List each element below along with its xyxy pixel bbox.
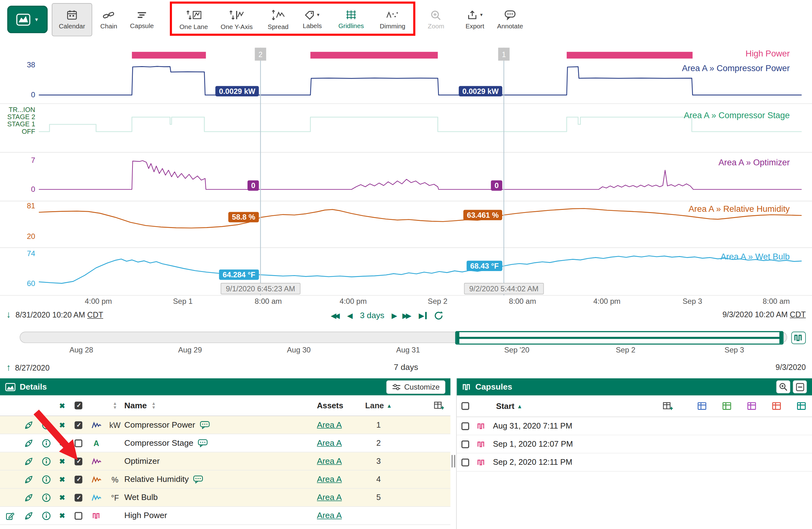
rocket-icon[interactable] [20,434,37,452]
details-row-optimizer[interactable]: ✖OptimizerArea A3 [0,452,450,470]
remove-icon[interactable]: ✖ [55,507,70,524]
comment-icon[interactable] [198,439,208,447]
comment-icon[interactable] [193,475,203,484]
details-row-relative-humidity[interactable]: ✖%Relative HumidityArea A4 [0,471,450,489]
add-column-icon[interactable] [434,401,444,410]
toolbar-button-one-lane[interactable]: One Lane [175,3,213,36]
rocket-icon[interactable] [20,471,37,488]
row-checkbox[interactable] [70,434,87,452]
pan-forward-fast-button[interactable]: ▶▶ [404,311,411,320]
pan-forward-button[interactable]: ▶ [392,311,397,320]
collapse-panel-button[interactable] [793,380,807,393]
remove-icon[interactable]: ✖ [55,416,70,433]
selection-left-handle[interactable] [456,332,460,344]
toolbar-button-gridlines[interactable]: Gridlines [331,3,371,36]
toolbar-button-export[interactable]: ▼ Export [459,3,491,36]
rocket-icon[interactable] [20,452,37,470]
capsule-checkbox[interactable] [456,435,473,453]
scrubber-tick-label: Aug 28 [70,346,93,354]
capsule-stat-column-icon[interactable] [698,402,706,410]
name-column-header[interactable]: Name [125,401,147,410]
details-row-compressor-stage[interactable]: ✖ACompressor StageArea A2 [0,434,450,452]
sort-priority-control[interactable]: ▲▼ [106,396,125,416]
remove-icon[interactable]: ✖ [55,452,70,470]
capsule-row[interactable]: Sep 2, 2020 12:11 PM [456,454,812,472]
selection-right-handle[interactable] [779,332,782,344]
toolbar-button-annotate[interactable]: Annotate [493,3,527,36]
name-sort-control[interactable]: ▲▼ [151,402,156,410]
remove-icon[interactable]: ✖ [55,434,70,452]
toolbar-button-labels[interactable]: ▼ Labels [296,3,328,36]
toolbar-button-one-y-axis[interactable]: One Y-Axis [215,3,259,36]
zoom-to-capsules-button[interactable] [776,380,790,393]
pan-to-end-button[interactable]: ▶ [419,311,427,320]
asset-link[interactable]: Area A [317,420,342,429]
toolbar-button-spread[interactable]: Spread [262,3,294,36]
toolbar-button-calendar[interactable]: Calendar [52,3,92,36]
capsule-time-toggle-button[interactable] [792,331,806,344]
info-icon[interactable] [38,452,55,470]
info-icon[interactable] [38,507,55,524]
range-duration-button[interactable]: 3 days [360,311,385,320]
calendar-label: Calendar [59,23,85,30]
capsule-stat-column-icon[interactable] [723,402,731,410]
add-capsule-column-icon[interactable] [663,402,673,411]
info-icon[interactable] [38,489,55,506]
lane-number: 5 [359,489,399,506]
asset-link[interactable]: Area A [317,511,342,520]
row-checkbox[interactable] [70,471,87,488]
toolbar-button-dimming[interactable]: Dimming [374,3,411,36]
timezone-link[interactable]: CDT [790,310,806,318]
assets-column-header[interactable]: Assets [317,396,359,416]
remove-all-button[interactable]: ✖ [55,396,70,416]
timeline-selected-range[interactable] [455,331,783,345]
worksheet-view-button[interactable]: ▼ [7,5,48,33]
pan-back-fast-button[interactable]: ◀◀ [333,311,340,320]
capsule-checkbox[interactable] [456,417,473,434]
select-all-checkbox[interactable] [70,396,87,416]
edit-icon[interactable] [0,507,20,524]
magnifier-plus-icon [779,382,788,391]
asset-link[interactable]: Area A [317,493,342,502]
pan-back-button[interactable]: ◀ [347,311,353,320]
trend-chart[interactable] [0,42,812,296]
row-checkbox[interactable] [70,416,87,433]
asset-link[interactable]: Area A [317,457,342,466]
start-column-header[interactable]: Start▲ [496,401,522,411]
panel-splitter[interactable] [450,378,456,529]
row-checkbox[interactable] [70,507,87,524]
rocket-icon[interactable] [20,489,37,506]
toolbar-button-capsule[interactable]: Capsule [125,3,160,36]
info-icon[interactable] [38,416,55,433]
capsule-row[interactable]: Sep 1, 2020 12:07 PM [456,435,812,454]
timezone-link[interactable]: CDT [87,310,103,319]
refresh-icon[interactable] [434,311,444,320]
later-arrow-icon[interactable]: ↑ [6,363,11,372]
row-checkbox[interactable] [70,452,87,470]
asset-link[interactable]: Area A [317,439,342,448]
capsule-row[interactable]: Aug 31, 2020 7:11 PM [456,417,812,435]
asset-link[interactable]: Area A [317,475,342,484]
comment-icon[interactable] [200,421,210,429]
select-all-capsules-checkbox[interactable] [456,396,473,417]
details-row-wet-bulb[interactable]: ✖°FWet BulbArea A5 [0,489,450,507]
capsule-checkbox[interactable] [456,454,473,471]
details-row-compressor-power[interactable]: ✖kWCompressor PowerArea A1 [0,416,450,434]
details-row-high-power[interactable]: ✖High PowerArea A [0,507,450,525]
capsule-stat-column-icon[interactable] [797,402,806,410]
row-checkbox[interactable] [70,489,87,506]
customize-button[interactable]: Customize [386,380,446,394]
remove-icon[interactable]: ✖ [55,471,70,488]
lane-column-header[interactable]: Lane▲ [359,396,399,416]
capsule-stat-column-icon[interactable] [747,402,756,410]
rocket-icon[interactable] [20,507,37,524]
info-icon[interactable] [38,471,55,488]
earlier-arrow-icon[interactable]: ↓ [6,310,11,319]
capsule-stat-column-icon[interactable] [772,402,781,410]
toolbar-button-chain[interactable]: Chain [96,3,122,36]
unit-label: % [106,471,125,488]
info-icon[interactable] [38,434,55,452]
rocket-icon[interactable] [20,416,37,433]
remove-icon[interactable]: ✖ [55,489,70,506]
timeline-scrubber-track[interactable] [20,331,787,343]
